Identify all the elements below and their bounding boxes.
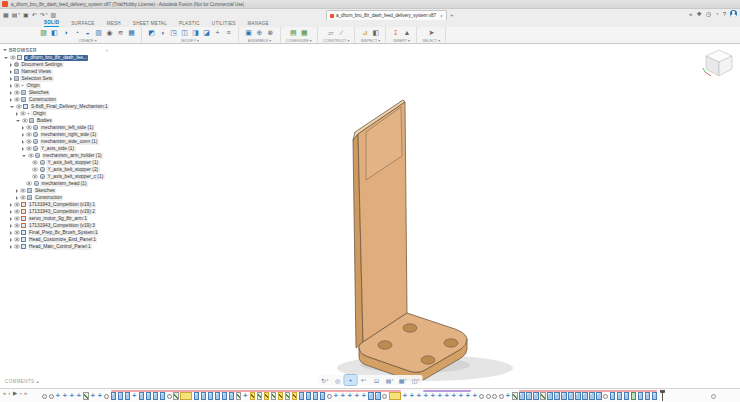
visibility-eye-icon[interactable] (26, 146, 32, 151)
browser-item-label[interactable]: Sketches (34, 188, 57, 194)
timeline-feature-circle[interactable] (104, 394, 109, 399)
timeline-feature-comp[interactable] (596, 392, 602, 400)
visibility-eye-icon[interactable] (14, 90, 20, 95)
timeline-feature-joint[interactable]: + (437, 392, 443, 400)
browser-row[interactable]: Named Views (2, 68, 112, 75)
timeline-feature-joint[interactable]: + (243, 392, 249, 400)
disclosure-collapsed-icon[interactable] (10, 231, 12, 235)
disclosure-collapsed-icon[interactable] (22, 140, 24, 144)
timeline-feature-joint[interactable]: + (347, 392, 353, 400)
disclosure-collapsed-icon[interactable] (10, 224, 12, 228)
new-component-icon[interactable]: ▣ (244, 28, 253, 37)
visibility-eye-icon[interactable] (14, 83, 20, 88)
undo-icon[interactable]: ↶ (32, 12, 37, 18)
timeline-feature-comp[interactable] (582, 392, 588, 400)
create-sketch-icon[interactable]: ▨ (39, 28, 48, 37)
visibility-eye-icon[interactable] (32, 167, 38, 172)
timeline-feature-joint[interactable]: + (132, 392, 138, 400)
document-tab-close-icon[interactable]: × (440, 13, 443, 19)
viewports-icon[interactable]: ◫▾ (410, 375, 422, 385)
browser-item-label[interactable]: mechanism_right_side (1) (40, 132, 98, 138)
disclosure-collapsed-icon[interactable] (22, 126, 24, 130)
visibility-eye-icon[interactable] (22, 118, 28, 123)
visibility-eye-icon[interactable] (14, 230, 20, 235)
timeline-feature-joint[interactable]: + (90, 392, 96, 400)
browser-item-label[interactable]: Named Views (20, 69, 53, 75)
timeline-feature-comp[interactable] (160, 392, 166, 400)
timeline-feature-comp[interactable] (320, 392, 326, 400)
timeline-feature-comp[interactable] (194, 392, 200, 400)
timeline-feature-circle[interactable] (492, 394, 497, 399)
timeline-playhead[interactable] (662, 390, 664, 401)
job-status-icon[interactable]: ◷ (706, 11, 711, 17)
view-cube[interactable] (701, 46, 737, 84)
browser-row[interactable]: Document Settings (2, 61, 112, 68)
mounting-hole[interactable] (444, 339, 458, 347)
rib-icon[interactable]: ▥ (94, 28, 103, 37)
construction-axis-icon[interactable]: ∕ (337, 28, 346, 37)
as-built-joint-icon[interactable]: ⊗ (266, 28, 275, 37)
timeline-feature-joint[interactable]: + (76, 392, 82, 400)
browser-item-label[interactable]: Final_Prep_8x_Brush_System:1 (28, 230, 100, 236)
visibility-eye-icon[interactable] (32, 160, 38, 165)
timeline-feature-comp[interactable] (610, 392, 616, 400)
timeline-feature-circle[interactable] (603, 394, 608, 399)
timeline-feature-circle[interactable] (499, 394, 504, 399)
construction-plane-icon[interactable]: ▱ (326, 28, 335, 37)
timeline-feature-circle[interactable] (42, 394, 47, 399)
ribbon-group-label[interactable]: INSERT ▾ (391, 37, 411, 44)
insert-mesh-icon[interactable]: ▲ (402, 28, 411, 37)
timeline-feature-joint[interactable]: + (423, 392, 429, 400)
browser-expand-icon[interactable] (3, 49, 7, 51)
timeline-feature-comp[interactable] (638, 392, 644, 400)
visibility-eye-icon[interactable] (16, 104, 22, 109)
browser-item-label[interactable]: Origin (25, 83, 41, 89)
move-copy-icon[interactable]: + (213, 28, 222, 37)
timeline-feature-comp[interactable] (519, 392, 525, 400)
timeline-feature-joint[interactable]: + (55, 392, 61, 400)
browser-collapse-icon[interactable]: « (106, 48, 108, 53)
disclosure-expanded-icon[interactable] (4, 57, 8, 59)
visibility-eye-icon[interactable] (26, 125, 32, 130)
timeline-feature-joint[interactable]: + (340, 392, 346, 400)
browser-row[interactable]: mechanism_left_side (1) (2, 124, 112, 131)
timeline-feature-sketch-highlighted[interactable] (292, 392, 298, 400)
split-body-icon[interactable]: ◪ (202, 28, 211, 37)
browser-row[interactable]: mechanism_side_conn (1) (2, 138, 112, 145)
browser-item-label[interactable]: Head_Customize_End_Panel:1 (28, 237, 98, 243)
timeline-feature-sketch[interactable] (512, 392, 518, 400)
timeline-feature-joint[interactable]: + (444, 392, 450, 400)
timeline-feature-circle[interactable] (382, 394, 387, 399)
thread-icon[interactable]: ≋ (116, 28, 125, 37)
timeline-feature-circle[interactable] (479, 394, 484, 399)
redo-icon[interactable]: ↷▾ (40, 12, 48, 18)
browser-row[interactable]: 17131943_Competition (v19):3 (2, 222, 112, 229)
browser-item-label[interactable]: mechanism_side_conn (1) (40, 139, 99, 145)
timeline-feature-comp[interactable] (652, 392, 658, 400)
browser-item-label[interactable]: Construction (28, 97, 58, 103)
disclosure-collapsed-icon[interactable] (10, 210, 12, 214)
timeline-feature-comp[interactable] (153, 392, 159, 400)
align-icon[interactable]: ≡ (224, 28, 233, 37)
ribbon-group-label[interactable]: SELECT ▾ (422, 37, 440, 44)
pan-icon[interactable]: + (345, 375, 357, 385)
browser-row[interactable]: Sketches (2, 187, 112, 194)
timeline-feature-comp[interactable] (526, 392, 532, 400)
timeline-feature-comp[interactable] (222, 392, 228, 400)
file-menu-icon[interactable]: ▤▾ (12, 12, 20, 18)
browser-row[interactable]: S-8x8_Final_Delivery_Mechanism:1 (2, 103, 112, 110)
disclosure-collapsed-icon[interactable] (10, 77, 12, 81)
ribbon-group-label[interactable]: CONFIGURE ▾ (286, 37, 312, 44)
browser-item-label[interactable]: 17131943_Competition (v19):1 (28, 202, 97, 208)
disclosure-collapsed-icon[interactable] (10, 91, 12, 95)
display-settings-icon[interactable]: ▤▾ (384, 375, 396, 385)
browser-row[interactable]: mechanism_right_side (1) (2, 131, 112, 138)
timeline-feature-comp[interactable] (111, 392, 117, 400)
profile-avatar[interactable] (730, 10, 737, 17)
timeline-feature-sketch[interactable] (257, 392, 263, 400)
browser-item-label[interactable]: S-8x8_Final_Delivery_Mechanism:1 (30, 104, 110, 110)
browser-row[interactable]: Head_Main_Control_Panel:1 (2, 243, 112, 250)
browser-header[interactable]: BROWSER « (2, 46, 112, 54)
timeline-feature-sketch-highlighted[interactable] (264, 392, 270, 400)
timeline-feature-joint[interactable]: + (402, 392, 408, 400)
